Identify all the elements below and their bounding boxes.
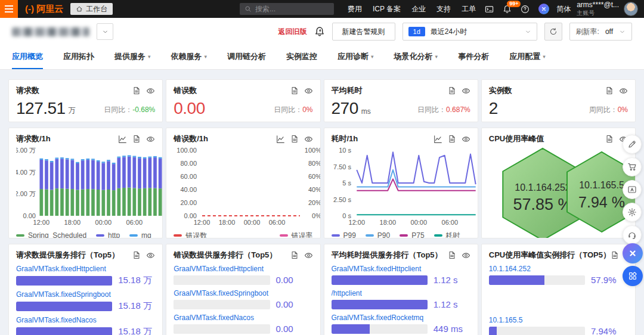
eye-icon[interactable] [304,86,313,95]
avatar[interactable] [624,2,638,16]
help-icon[interactable] [521,5,530,14]
tab-应用配置[interactable]: 应用配置▾ [509,45,546,69]
account-info[interactable]: arms****@t... 主账号 [577,1,619,16]
tab-应用诊断[interactable]: 应用诊断▾ [338,45,374,69]
eye-icon[interactable] [462,86,470,95]
eye-icon[interactable] [304,251,313,260]
pencil-float-button[interactable] [623,135,642,154]
tab-调用链分析[interactable]: 调用链分析 [227,45,266,69]
refresh-button[interactable] [544,23,562,41]
doc-icon[interactable] [132,251,141,259]
doc-icon[interactable] [605,135,614,143]
doc-icon[interactable] [448,86,456,95]
rank-value: 7.94% [591,326,628,335]
legend-item-Spring_Scheduled[interactable]: Spring_Scheduled [16,231,86,238]
close-icon [628,249,637,258]
rank-label-link[interactable]: GraalVMTask.fixedHttpclient [16,265,155,273]
eye-icon[interactable] [146,86,155,95]
svg-text:5 s: 5 s [342,179,351,187]
tab-事件分析[interactable]: 事件分析 [458,45,489,69]
eye-icon[interactable] [146,135,155,144]
tab-应用概览[interactable]: 应用概览 [12,45,43,69]
gear-float-button[interactable] [623,203,642,222]
legend-item-P99[interactable]: P99 [332,231,356,238]
rank-label-link[interactable]: GraalVMTask.fixedSpringboot [174,289,312,297]
refresh-rate-select[interactable]: 刷新率: off [569,23,632,41]
stat-cards-row: 请求数127.51万日同比：-0.68%错误数0.00日同比：0%平均耗时270… [8,79,636,122]
back-to-old-link[interactable]: 返回旧版 [278,27,307,37]
navbar-menu-费用[interactable]: 费用 [348,4,362,14]
navbar-menu-企业[interactable]: 企业 [411,4,426,14]
rank-label-link[interactable]: GraalVMTask.fixedNacos [174,314,312,322]
eye-icon[interactable] [619,86,628,95]
language-switch[interactable]: 简体 [556,4,571,14]
eye-icon[interactable] [462,251,470,260]
doc-icon[interactable] [448,251,456,259]
app-x-icon[interactable] [538,4,549,14]
time-range-select[interactable]: 1d 最近24小时 [402,23,537,41]
tab-应用拓扑[interactable]: 应用拓扑 [63,45,94,69]
alert-bell-icon[interactable] [314,26,325,37]
rank-label-link[interactable]: GraalVMTask.fixedRocketmq [332,314,470,322]
eye-icon[interactable] [146,251,155,260]
rank-bar-track [489,275,585,285]
navbar-menu-ICP 备案[interactable]: ICP 备案 [373,4,401,14]
doc-icon[interactable] [290,251,299,259]
rank-label-link[interactable]: GraalVMTask.fixedNacos [16,316,155,324]
trend-icon[interactable] [276,135,285,144]
cart-icon [627,162,637,172]
cart-float-button[interactable] [623,157,642,176]
eye-icon[interactable] [462,135,470,144]
trend-icon[interactable] [118,135,127,144]
doc-icon[interactable] [605,86,614,95]
rank-label-link[interactable]: GraalVMTask.fixedHttpclient [174,265,312,273]
new-alert-rule-button[interactable]: 新建告警规则 [332,23,395,41]
rank-label-link[interactable]: GraalVMTask.fixedHttpclient [332,265,470,273]
rank-label-link[interactable]: /httpclient [332,289,470,297]
card-title: 错误数提供服务排行（Top5） [174,250,277,260]
legend-item-耗时[interactable]: 耗时 [434,231,460,239]
app-switch-dropdown[interactable] [97,23,113,40]
ranking-card-CPU使用率峰值实例排行（TOP5）: CPU使用率峰值实例排行（TOP5）10.1.164.25257.9%10.1.… [481,244,636,335]
terminal-icon[interactable] [485,5,494,14]
doc-icon[interactable] [290,135,299,143]
rank-row: GraalVMTask.fixedHttpclient0.00 [174,265,312,285]
chart-legend: 错误数错误率 [174,231,312,238]
doc-icon[interactable] [132,86,141,95]
legend-item-错误率[interactable]: 错误率 [280,231,313,239]
assistant-float-button[interactable] [623,180,642,199]
navbar-menu-工单[interactable]: 工单 [462,4,476,14]
aliyun-logo[interactable]: (-) 阿里云 [25,4,63,15]
card-title: 错误数 [174,85,197,96]
legend-item-P90[interactable]: P90 [366,231,390,238]
eye-icon[interactable] [304,135,313,144]
rank-label-link[interactable]: 10.1.164.252 [489,265,628,273]
trend-icon[interactable] [434,135,442,144]
rank-label-link[interactable]: 10.1.165.5 [489,316,628,324]
legend-item-mq[interactable]: mq [129,231,151,238]
doc-icon[interactable] [290,86,299,95]
close-float-button[interactable] [623,243,643,263]
apps-float-button[interactable] [623,266,643,286]
legend-item-http[interactable]: http [96,231,120,238]
stat-card-请求数: 请求数127.51万日同比：-0.68% [8,79,163,122]
doc-icon[interactable] [611,251,619,259]
doc-icon[interactable] [132,135,141,143]
navbar-menu-支持[interactable]: 支持 [436,4,451,14]
rank-label-link[interactable]: GraalVMTask.fixedSpringboot [16,290,155,299]
rank-value: 0.00 [276,275,313,285]
tab-场景化分析[interactable]: 场景化分析▾ [394,45,438,69]
tab-实例监控[interactable]: 实例监控 [286,45,317,69]
tab-bar: 应用概览应用拓扑提供服务▾依赖服务▾调用链分析实例监控应用诊断▾场景化分析▾事件… [0,45,644,70]
notification-bell-icon[interactable]: 99+ [503,5,512,14]
legend-item-P75[interactable]: P75 [400,231,424,238]
legend-item-错误数[interactable]: 错误数 [174,231,207,239]
tab-依赖服务[interactable]: 依赖服务▾ [171,45,208,69]
hamburger-menu-icon[interactable] [0,0,18,18]
svg-text:12:00: 12:00 [194,219,210,226]
workbench-button[interactable]: 工作台 [70,3,113,15]
search-input[interactable]: 搜索... [240,3,334,15]
doc-icon[interactable] [448,135,456,143]
tab-提供服务[interactable]: 提供服务▾ [114,45,151,69]
headset-float-button[interactable] [623,225,642,244]
